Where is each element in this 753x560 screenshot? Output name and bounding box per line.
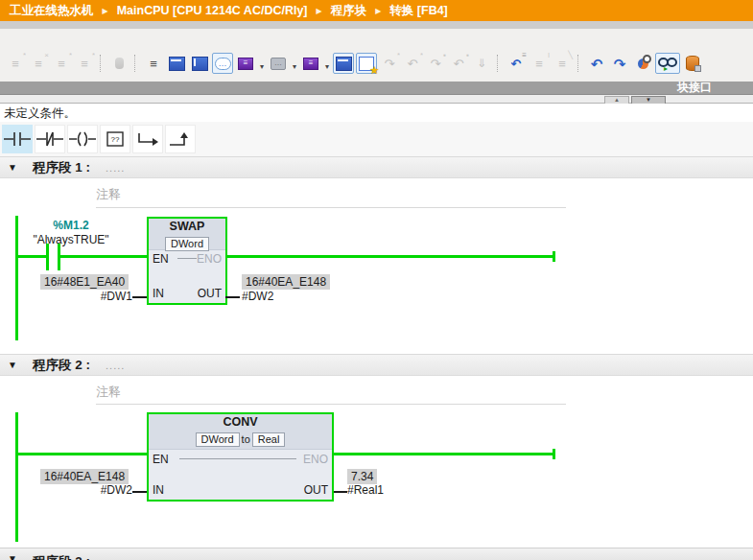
swap-block-title: SWAP bbox=[149, 219, 225, 233]
main-toolbar: ≡*≡×≡*≡*≡…≡▾…▾≡▾★↷*↶*↷▪↶▪⇓↶≡≡ǀ≡╲↶↷▸ bbox=[4, 51, 704, 76]
network2-title-placeholder[interactable]: ..... bbox=[106, 360, 125, 371]
breadcrumb-program-blocks[interactable]: 程序块 bbox=[331, 3, 367, 19]
conv-type-from-select[interactable]: DWord bbox=[196, 432, 240, 447]
monitor-value-in: 16#48E1_EA40 bbox=[40, 274, 129, 290]
wire bbox=[15, 255, 47, 258]
empty-box-button[interactable]: ?? bbox=[100, 125, 130, 153]
breadcrumb-block[interactable]: 转换 [FB4] bbox=[389, 3, 447, 19]
collapse-networks-icon[interactable] bbox=[189, 53, 210, 74]
pin-en: EN bbox=[153, 252, 169, 266]
svg-text:??: ?? bbox=[111, 135, 120, 144]
empty-box-icon: ?? bbox=[101, 128, 129, 150]
conv-block[interactable]: CONV DWordtoReal EN ENO IN OUT bbox=[147, 412, 334, 502]
favorites-toggle-icon[interactable] bbox=[333, 53, 354, 74]
breadcrumb-cpu[interactable]: MainCPU [CPU 1214C AC/DC/Rly] bbox=[117, 4, 308, 17]
pin-eno: ENO bbox=[197, 252, 222, 266]
network-comments-icon[interactable]: … bbox=[212, 53, 233, 74]
no-contact-button[interactable] bbox=[2, 125, 33, 153]
wire bbox=[225, 255, 554, 258]
network2-collapse-icon[interactable]: ▼ bbox=[8, 360, 19, 370]
call-structure-icon[interactable] bbox=[632, 53, 653, 74]
open-branch-button[interactable] bbox=[132, 125, 163, 153]
operand-in[interactable]: #DW2 bbox=[40, 483, 132, 497]
contact-bar bbox=[46, 244, 49, 270]
nc-contact-icon bbox=[35, 128, 64, 150]
breadcrumb: 工业在线热水机 ▶ MainCPU [CPU 1214C AC/DC/Rly] … bbox=[0, 0, 753, 21]
swap-type-select[interactable]: DWord bbox=[165, 237, 209, 251]
undo-new-icon[interactable]: ↶* bbox=[402, 53, 423, 74]
close-branch-icon bbox=[166, 128, 195, 150]
network2-comment[interactable]: 注释 bbox=[96, 384, 121, 401]
absolute-operands-icon[interactable]: ≡ bbox=[143, 53, 164, 74]
monitor-value-in: 16#40EA_E148 bbox=[40, 469, 129, 484]
operand-out[interactable]: #Real1 bbox=[347, 483, 384, 497]
insert-row-after-icon[interactable]: ≡* bbox=[74, 53, 95, 74]
coil-button[interactable] bbox=[67, 125, 98, 153]
operand-swap-icon[interactable]: ≡ bbox=[300, 53, 321, 74]
navigate-forward-icon[interactable]: ↷ bbox=[609, 53, 630, 74]
network1-body: 注释 %M1.2 "AlwaysTRUE" SWAP DWord EN ENO … bbox=[0, 178, 753, 354]
network2-header[interactable]: ▼ 程序段 2 : ..... bbox=[0, 354, 753, 376]
operand-in[interactable]: #DW1 bbox=[40, 290, 132, 303]
operand-display-icon-dropdown[interactable]: ▾ bbox=[257, 54, 267, 74]
operand-out[interactable]: #DW2 bbox=[242, 290, 273, 303]
network3-header[interactable]: ▼ 程序段 3 : bbox=[0, 548, 753, 560]
en-eno-dash bbox=[179, 458, 296, 459]
expand-networks-icon[interactable] bbox=[166, 53, 187, 74]
delete-network-icon[interactable]: ≡× bbox=[28, 53, 49, 74]
operand-wire bbox=[334, 491, 347, 493]
network1-collapse-icon[interactable]: ▼ bbox=[8, 162, 19, 173]
en-eno-dash bbox=[177, 258, 197, 259]
close-branch-button[interactable] bbox=[165, 125, 196, 153]
goto-previous-icon[interactable]: ↶≡ bbox=[506, 53, 527, 74]
favorites-edit-icon[interactable]: ★ bbox=[356, 53, 377, 74]
network1-header[interactable]: ▼ 程序段 1 : ..... bbox=[0, 156, 753, 178]
navigate-back-icon[interactable]: ↶ bbox=[586, 53, 607, 74]
toolbar-separator bbox=[577, 55, 581, 72]
pin-out: OUT bbox=[198, 287, 222, 300]
breadcrumb-project[interactable]: 工业在线热水机 bbox=[10, 3, 94, 19]
snapshot-icon-dropdown[interactable]: ▾ bbox=[290, 54, 299, 74]
pin-eno: ENO bbox=[303, 453, 328, 466]
swap-block[interactable]: SWAP DWord EN ENO IN OUT bbox=[147, 217, 227, 305]
download-icon[interactable]: ⇓ bbox=[471, 53, 492, 74]
goto-usage-icon[interactable]: ≡╲ bbox=[552, 53, 573, 74]
interface-splitter[interactable]: ▲ ▼ bbox=[0, 94, 753, 104]
wire bbox=[334, 453, 554, 455]
operand-wire bbox=[132, 296, 147, 298]
redo-saved-icon[interactable]: ↷▪ bbox=[425, 53, 446, 74]
swap-block-header: SWAP DWord bbox=[149, 219, 225, 250]
network3-collapse-icon[interactable]: ▼ bbox=[8, 553, 19, 560]
lad-editor-window: 工业在线热水机 ▶ MainCPU [CPU 1214C AC/DC/Rly] … bbox=[0, 0, 753, 560]
network2-body: 注释 CONV DWordtoReal EN ENO IN OUT 16#40E… bbox=[0, 376, 753, 548]
insert-row-icon[interactable]: ≡* bbox=[51, 53, 72, 74]
conv-type-to-label: to bbox=[242, 433, 250, 445]
toolbar-separator bbox=[134, 55, 138, 72]
redo-new-icon[interactable]: ↷* bbox=[379, 53, 400, 74]
network1-title-placeholder[interactable]: ..... bbox=[106, 162, 125, 174]
conv-block-title: CONV bbox=[149, 414, 332, 429]
conv-type-to-select[interactable]: Real bbox=[252, 432, 286, 447]
operand-swap-icon-dropdown[interactable]: ▾ bbox=[322, 54, 332, 74]
breadcrumb-arrow-icon: ▶ bbox=[317, 7, 322, 15]
network3-title: 程序段 3 : bbox=[33, 553, 90, 560]
monitor-value-out: 16#40EA_E148 bbox=[242, 274, 330, 290]
wire-end-tick bbox=[553, 449, 555, 459]
undo-saved-icon[interactable]: ↶▪ bbox=[448, 53, 469, 74]
contact-symbol[interactable]: "AlwaysTRUE" bbox=[10, 233, 132, 246]
monitor-db-icon[interactable] bbox=[682, 53, 703, 74]
insert-network-icon[interactable]: ≡* bbox=[5, 53, 26, 74]
goto-definition-icon[interactable]: ≡ǀ bbox=[529, 53, 550, 74]
contact-address[interactable]: %M1.2 bbox=[21, 219, 121, 232]
operand-wire bbox=[225, 296, 240, 298]
operand-display-icon[interactable]: ≡ bbox=[235, 53, 256, 74]
reset-start-values-icon[interactable] bbox=[108, 53, 129, 74]
network1-comment[interactable]: 注释 bbox=[96, 186, 121, 203]
block-interface-bar: 块接口 bbox=[0, 82, 753, 94]
snapshot-icon[interactable]: … bbox=[268, 53, 289, 74]
window-divider bbox=[0, 21, 753, 29]
open-branch-icon bbox=[133, 128, 162, 150]
monitoring-icon[interactable]: ▸ bbox=[655, 53, 680, 74]
pin-en: EN bbox=[153, 453, 169, 466]
nc-contact-button[interactable] bbox=[35, 125, 65, 153]
